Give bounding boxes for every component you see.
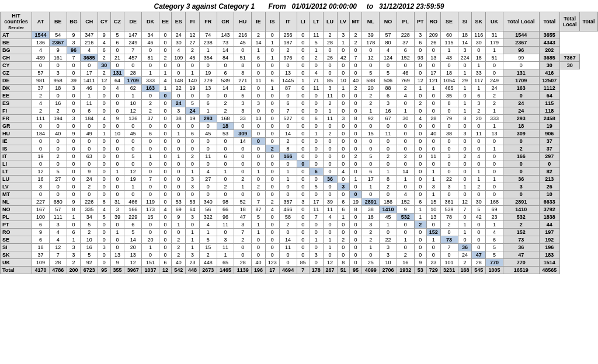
- cell-es-fi: 5: [186, 100, 200, 107]
- cell-lt-nl: 6: [362, 168, 380, 176]
- cell-ro-li: 0: [297, 229, 309, 236]
- cell-ch-hu: 51: [234, 54, 252, 62]
- cell-lt-gr: 1: [217, 168, 234, 176]
- row-sender-it: IT: [1, 153, 32, 160]
- cell-lt-es: 0: [172, 168, 186, 176]
- table-row: CY0000300000000080000000000000001003030: [1, 62, 598, 69]
- row-sender-si: SI: [1, 244, 32, 251]
- cell-ee-pl: 4: [397, 92, 414, 100]
- cell-lv-uk: 0: [486, 183, 503, 191]
- cell-lt-it: 1: [279, 168, 297, 176]
- cell-ch-lt: 2: [309, 54, 323, 62]
- cell-se-uk: 6: [486, 236, 503, 244]
- row-sender-li: LI: [1, 160, 32, 168]
- cell-si-mt: 0: [349, 244, 361, 251]
- cell-fi-se: 0: [440, 107, 458, 115]
- cell-de-li: 1: [297, 77, 309, 85]
- cell-hu-dk: 6: [142, 130, 159, 138]
- cell-gr-lv: 0: [337, 123, 349, 130]
- cell-fi-fr: 1: [199, 107, 217, 115]
- cell-sk-no: 3: [380, 251, 397, 259]
- cell-cz-li: 0: [297, 69, 309, 77]
- cell-ee-is: 0: [265, 92, 279, 100]
- cell-be-bg: 3: [67, 39, 81, 47]
- cell-ro-pt: 0: [414, 229, 426, 236]
- cell-bg-lt: 1: [309, 47, 323, 54]
- cell-uk-total: 1514: [539, 259, 560, 267]
- cell-at-uk: 31: [486, 32, 503, 39]
- cell-si-de: 20: [124, 244, 142, 251]
- col-header-de: DE: [124, 12, 142, 32]
- cell-de-total-local: 1709: [503, 77, 539, 85]
- cell-fi-fi: 24: [186, 107, 200, 115]
- cell-ch-fr: 354: [199, 54, 217, 62]
- cell-lt-li: 0: [297, 168, 309, 176]
- cell-fr-be: 194: [49, 115, 67, 123]
- cell-total-gr: 1465: [217, 267, 234, 274]
- cell-pt-dk: 0: [142, 221, 159, 229]
- cell-si-ch: 16: [81, 244, 98, 251]
- table-row: FI22060012203241230070010011610001212411…: [1, 107, 598, 115]
- cell-bg-sk: 0: [472, 47, 486, 54]
- cell-cz-at: 57: [32, 69, 50, 77]
- cell-cy-dk: 0: [142, 62, 159, 69]
- cell-no-dk: 173: [142, 206, 159, 214]
- cell-cz-lu: 0: [323, 69, 337, 77]
- cell-ee-gr: 0: [217, 92, 234, 100]
- cell-lu-total-local: 36: [503, 176, 539, 183]
- cell-fr-cz: 9: [110, 115, 124, 123]
- cell-es-pt: 2: [414, 100, 426, 107]
- cell-nl-pt: 6: [414, 198, 426, 206]
- cell-no-fi: 64: [186, 206, 200, 214]
- cell-cy-ie: 0: [252, 62, 266, 69]
- cell-pl-ie: 5: [252, 214, 266, 221]
- col-header-li: LI: [297, 12, 309, 32]
- cell-lu-ro: 1: [426, 176, 440, 183]
- cell-sk-se: 0: [440, 251, 458, 259]
- cell-lv-ro: 3: [426, 183, 440, 191]
- cell-hu-mt: 0: [349, 130, 361, 138]
- cell-es-de: 10: [124, 100, 142, 107]
- cell-is-de: 0: [124, 145, 142, 153]
- cell-pt-ro: 0: [426, 221, 440, 229]
- cell-lv-lt: 5: [309, 183, 323, 191]
- cell-fi-lv: 0: [337, 107, 349, 115]
- cell-mt-lu: 0: [323, 191, 337, 198]
- cell-se-be: 4: [49, 236, 67, 244]
- cell-lt-de: 12: [124, 168, 142, 176]
- cell-pt-de: 6: [124, 221, 142, 229]
- cell-at-be: 54: [49, 32, 67, 39]
- cell-mt-hu: 0: [234, 191, 252, 198]
- cell-mt-be: 0: [49, 191, 67, 198]
- cell-at-is: 0: [265, 32, 279, 39]
- cell-nl-lt: 17: [309, 198, 323, 206]
- cell-nl-no: 186: [380, 198, 397, 206]
- row-sender-uk: UK: [1, 259, 32, 267]
- row-sender-total: Total: [1, 267, 32, 274]
- cell-ee-fi: 0: [186, 92, 200, 100]
- cell-lu-lu: 36: [323, 176, 337, 183]
- table-row: PL10011113453922915093322964750580741018…: [1, 214, 598, 221]
- cell-se-nl: 2: [362, 236, 380, 244]
- cell-es-total: 115: [539, 100, 560, 107]
- cell-uk-lv: 8: [337, 259, 349, 267]
- col-header-total-local: TotalLocal: [560, 12, 580, 32]
- cell-no-total: 3792: [539, 206, 560, 214]
- cell-no-gr: 66: [217, 206, 234, 214]
- col-header-total: Total: [539, 12, 560, 32]
- cell-dk-is: 1: [265, 85, 279, 92]
- cell-nl-fi: 53: [186, 198, 200, 206]
- cell-is-hu: 0: [234, 145, 252, 153]
- cell-lt-bg: 0: [67, 168, 81, 176]
- cell-pt-gr: 11: [217, 221, 234, 229]
- cell-cz-nl: 5: [362, 69, 380, 77]
- cell-it-ie: 0: [252, 153, 266, 160]
- cell-is-pl: 0: [397, 145, 414, 153]
- cell-fr-pt: 4: [414, 115, 426, 123]
- cell-gr-uk: 1: [486, 123, 503, 130]
- cell-de-cy: 12: [98, 77, 110, 85]
- cell-de-total: 12507: [539, 77, 560, 85]
- cell-mt-no: 0: [380, 191, 397, 198]
- cell-it-no: 2: [380, 153, 397, 160]
- cell-is-cz: 0: [110, 145, 124, 153]
